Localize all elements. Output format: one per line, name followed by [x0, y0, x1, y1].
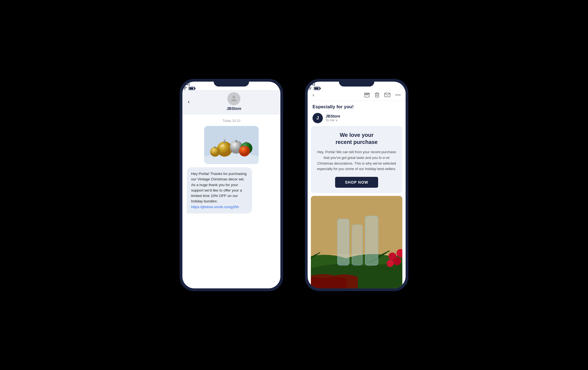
email-nav-icons [364, 92, 401, 98]
email-header-bar: ‹ [308, 90, 406, 101]
back-button[interactable]: ‹ [188, 98, 190, 105]
email-subject-bar: Especially for you! [308, 101, 406, 111]
phone-notch-2 [339, 79, 374, 87]
svg-rect-7 [235, 140, 237, 142]
wifi-icon-email [308, 87, 312, 90]
phone-notch [214, 79, 249, 87]
status-icons [182, 87, 280, 90]
svg-point-37 [393, 257, 401, 265]
svg-rect-41 [352, 225, 362, 265]
mail-icon[interactable] [384, 93, 390, 97]
more-icon[interactable] [395, 94, 401, 96]
svg-rect-12 [244, 145, 245, 147]
svg-rect-18 [365, 93, 369, 94]
message-image [204, 126, 259, 164]
sms-body: Today 10:10 [182, 115, 280, 288]
svg-rect-9 [246, 142, 247, 144]
message-bubble: Hey Portia! Thanks for purchasing our Vi… [187, 167, 252, 214]
svg-point-39 [387, 260, 393, 267]
email-status-time: 9:41 [308, 82, 315, 86]
email-content-card: We love your recent purchase Hey, Portia… [311, 126, 402, 193]
ornaments-svg [204, 126, 259, 164]
phone-email: 9:41 ‹ [305, 79, 408, 291]
sender-details: JBStore To me ∨ [326, 114, 401, 122]
archive-icon[interactable] [364, 92, 370, 98]
sms-header: ‹ JBStore [182, 90, 280, 115]
email-sender-row: J JBStore To me ∨ [308, 111, 406, 126]
email-body-text: Hey, Portia! We can tell from your recen… [316, 149, 397, 172]
svg-point-11 [239, 146, 250, 156]
email-subject: Especially for you! [313, 104, 401, 110]
product-svg [311, 196, 402, 288]
battery-icon-email [314, 87, 320, 90]
trash-icon[interactable] [375, 92, 379, 98]
status-time: 9:41 [182, 82, 190, 86]
sender-to[interactable]: To me ∨ [326, 118, 401, 122]
sender-initial: J [317, 116, 319, 121]
email-body: We love your recent purchase Hey, Portia… [308, 126, 406, 288]
svg-rect-42 [365, 216, 378, 266]
message-link[interactable]: https://jbstore.smsb.co/sg35h [191, 205, 239, 209]
svg-point-24 [397, 94, 399, 95]
shop-now-button[interactable]: Shop Now [335, 177, 378, 188]
email-headline: We love your recent purchase [316, 131, 397, 146]
svg-rect-40 [338, 219, 349, 265]
sender-name: JBStore [326, 114, 401, 118]
svg-rect-22 [385, 93, 390, 97]
svg-point-13 [210, 147, 220, 157]
sender-avatar: J [313, 113, 323, 123]
svg-rect-17 [365, 94, 369, 97]
contact-info: JBStore [193, 92, 275, 111]
svg-point-3 [217, 141, 232, 157]
svg-point-25 [399, 94, 400, 95]
svg-rect-14 [214, 146, 216, 148]
message-timestamp: Today 10:10 [187, 119, 276, 123]
svg-point-0 [232, 96, 235, 98]
battery-icon [189, 87, 195, 90]
email-status-icons [308, 87, 406, 90]
phone-sms: 9:41 ‹ [180, 79, 283, 291]
message-text: Hey Portia! Thanks for purchasing our Vi… [191, 172, 247, 203]
svg-point-23 [396, 94, 397, 95]
wifi-icon [182, 87, 187, 90]
person-icon [230, 95, 237, 103]
contact-avatar [227, 92, 240, 105]
email-product-image [311, 196, 402, 288]
contact-name: JBStore [226, 106, 241, 111]
email-back-button[interactable]: ‹ [313, 92, 314, 98]
